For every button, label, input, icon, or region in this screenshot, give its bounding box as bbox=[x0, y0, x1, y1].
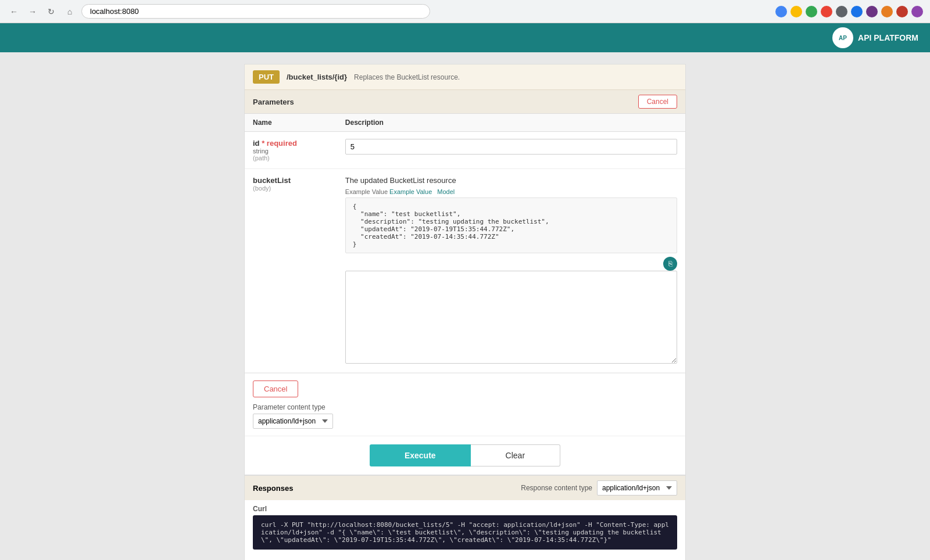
endpoint-header: PUT /bucket_lists/{id} Replaces the Buck… bbox=[245, 64, 685, 90]
endpoint-description: Replaces the BucketList resource. bbox=[354, 73, 460, 81]
model-link[interactable]: Model bbox=[437, 188, 455, 195]
name-header: Name bbox=[245, 114, 337, 132]
bucketlist-description: The updated BucketList resource bbox=[345, 176, 677, 185]
textarea-wrapper: ⎘ bbox=[345, 257, 677, 365]
search-icon bbox=[775, 6, 787, 17]
cancel-button-top[interactable]: Cancel bbox=[638, 95, 677, 109]
parameters-table: Name Description id * required string (p… bbox=[245, 114, 685, 373]
id-param-type: string bbox=[253, 148, 329, 155]
refresh-button[interactable]: ↻ bbox=[44, 5, 58, 19]
curl-box: curl -X PUT "http://localhost:8080/bucke… bbox=[253, 515, 677, 550]
bucketlist-description-cell: The updated BucketList resource Example … bbox=[337, 169, 685, 373]
api-platform-logo: AP bbox=[832, 27, 853, 48]
parameters-section-header: Parameters Cancel bbox=[245, 90, 685, 114]
forward-button[interactable]: → bbox=[26, 5, 40, 19]
json-example-box: { "name": "test bucketlist", "descriptio… bbox=[345, 198, 677, 253]
id-description-cell bbox=[337, 132, 685, 169]
extension-icon-3 bbox=[836, 6, 847, 17]
endpoint-path: /bucket_lists/{id} bbox=[287, 73, 347, 81]
cancel-button-bottom[interactable]: Cancel bbox=[253, 380, 298, 397]
curl-label: Curl bbox=[245, 500, 685, 515]
required-star: * required bbox=[262, 139, 297, 148]
responses-section-header: Responses Response content type applicat… bbox=[245, 475, 685, 500]
id-param-location: (path) bbox=[253, 155, 329, 161]
execute-button[interactable]: Execute bbox=[370, 444, 471, 466]
extension-icon-6 bbox=[881, 6, 893, 17]
parameters-label: Parameters bbox=[253, 98, 294, 106]
content-type-label: Parameter content type bbox=[253, 403, 677, 411]
responses-label: Responses bbox=[253, 484, 293, 493]
clear-button[interactable]: Clear bbox=[471, 444, 560, 466]
body-textarea[interactable] bbox=[345, 271, 677, 364]
bucketlist-param-name: bucketList bbox=[253, 176, 329, 185]
table-row: bucketList (body) The updated BucketList… bbox=[245, 169, 685, 373]
bucketlist-param-location: (body) bbox=[253, 185, 329, 192]
back-button[interactable]: ← bbox=[7, 5, 21, 19]
bookmark-icon bbox=[791, 6, 802, 17]
copy-icon-button[interactable]: ⎘ bbox=[663, 257, 677, 271]
api-platform-badge: AP API PLATFORM bbox=[832, 27, 918, 48]
execute-row: Execute Clear bbox=[245, 436, 685, 475]
bucketlist-param-cell: bucketList (body) bbox=[245, 169, 337, 373]
example-value-line: Example Value Example Value Model bbox=[345, 188, 677, 195]
response-content-type-label: Response content type bbox=[521, 484, 592, 492]
extension-icon-1 bbox=[806, 6, 817, 17]
extension-icon-5 bbox=[866, 6, 878, 17]
url-bar[interactable] bbox=[81, 4, 430, 19]
browser-icons bbox=[775, 6, 923, 17]
example-value-link[interactable]: Example Value bbox=[389, 188, 432, 195]
response-content-type-select[interactable]: application/ld+json application/json bbox=[597, 480, 677, 496]
extension-icon-4 bbox=[851, 6, 863, 17]
table-header-row: Name Description bbox=[245, 114, 685, 132]
browser-bar: ← → ↻ ⌂ bbox=[0, 0, 930, 23]
request-url-label: Request URL bbox=[245, 555, 685, 560]
content-type-area: Parameter content type application/ld+js… bbox=[253, 403, 677, 429]
table-row: id * required string (path) bbox=[245, 132, 685, 169]
profile-icon bbox=[911, 6, 923, 17]
home-button[interactable]: ⌂ bbox=[63, 5, 77, 19]
extension-icon-7 bbox=[896, 6, 908, 17]
description-header: Description bbox=[337, 114, 685, 132]
swagger-container: PUT /bucket_lists/{id} Replaces the Buck… bbox=[244, 64, 686, 560]
id-input[interactable] bbox=[345, 139, 677, 155]
responses-body: Curl curl -X PUT "http://localhost:8080/… bbox=[245, 500, 685, 560]
main-content: PUT /bucket_lists/{id} Replaces the Buck… bbox=[0, 52, 930, 560]
top-bar: AP API PLATFORM bbox=[0, 23, 930, 52]
id-param-name: id * required bbox=[253, 139, 329, 148]
extension-icon-2 bbox=[821, 6, 832, 17]
method-badge: PUT bbox=[253, 70, 280, 84]
action-area: Cancel Parameter content type applicatio… bbox=[245, 373, 685, 436]
response-content-type-area: Response content type application/ld+jso… bbox=[521, 480, 677, 496]
id-param-cell: id * required string (path) bbox=[245, 132, 337, 169]
content-type-select[interactable]: application/ld+json application/json tex… bbox=[253, 414, 333, 429]
api-platform-title: API PLATFORM bbox=[858, 33, 918, 42]
